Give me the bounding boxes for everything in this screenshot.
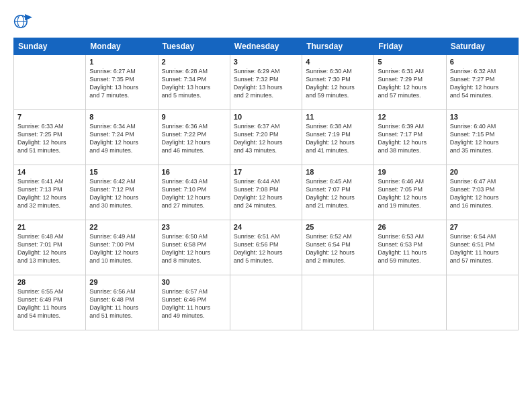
calendar-cell [302, 275, 374, 330]
calendar-cell: 24Sunrise: 6:51 AM Sunset: 6:56 PM Dayli… [230, 220, 302, 275]
calendar-cell: 1Sunrise: 6:27 AM Sunset: 7:35 PM Daylig… [86, 55, 158, 110]
weekday-header-friday: Friday [374, 38, 446, 55]
calendar-cell: 19Sunrise: 6:46 AM Sunset: 7:05 PM Dayli… [374, 165, 446, 220]
day-number: 1 [89, 58, 154, 66]
day-info: Sunrise: 6:41 AM Sunset: 7:13 PM Dayligh… [17, 177, 82, 210]
day-number: 20 [450, 168, 515, 176]
calendar-cell: 10Sunrise: 6:37 AM Sunset: 7:20 PM Dayli… [230, 110, 302, 165]
calendar-cell: 11Sunrise: 6:38 AM Sunset: 7:19 PM Dayli… [302, 110, 374, 165]
calendar-cell: 29Sunrise: 6:56 AM Sunset: 6:48 PM Dayli… [86, 275, 158, 330]
calendar-week-row: 21Sunrise: 6:48 AM Sunset: 7:01 PM Dayli… [14, 220, 519, 275]
calendar-cell: 20Sunrise: 6:47 AM Sunset: 7:03 PM Dayli… [446, 165, 518, 220]
calendar-cell: 3Sunrise: 6:29 AM Sunset: 7:32 PM Daylig… [230, 55, 302, 110]
day-number: 25 [306, 223, 370, 231]
day-info: Sunrise: 6:42 AM Sunset: 7:12 PM Dayligh… [89, 177, 154, 210]
day-info: Sunrise: 6:49 AM Sunset: 7:00 PM Dayligh… [89, 232, 154, 265]
day-number: 11 [306, 113, 370, 121]
day-number: 12 [378, 113, 442, 121]
day-number: 14 [17, 168, 82, 176]
calendar-cell: 30Sunrise: 6:57 AM Sunset: 6:46 PM Dayli… [158, 275, 230, 330]
calendar-cell: 4Sunrise: 6:30 AM Sunset: 7:30 PM Daylig… [302, 55, 374, 110]
day-info: Sunrise: 6:27 AM Sunset: 7:35 PM Dayligh… [89, 67, 154, 100]
day-number: 27 [450, 223, 515, 231]
day-number: 6 [450, 58, 515, 66]
day-info: Sunrise: 6:31 AM Sunset: 7:29 PM Dayligh… [378, 67, 442, 100]
day-info: Sunrise: 6:47 AM Sunset: 7:03 PM Dayligh… [450, 177, 515, 210]
day-number: 2 [162, 58, 226, 66]
day-info: Sunrise: 6:32 AM Sunset: 7:27 PM Dayligh… [450, 67, 515, 100]
weekday-header-saturday: Saturday [446, 38, 518, 55]
day-info: Sunrise: 6:54 AM Sunset: 6:51 PM Dayligh… [450, 232, 515, 265]
calendar-week-row: 1Sunrise: 6:27 AM Sunset: 7:35 PM Daylig… [14, 55, 519, 110]
page: SundayMondayTuesdayWednesdayThursdayFrid… [0, 0, 532, 411]
calendar-cell: 8Sunrise: 6:34 AM Sunset: 7:24 PM Daylig… [86, 110, 158, 165]
day-info: Sunrise: 6:55 AM Sunset: 6:49 PM Dayligh… [17, 287, 82, 320]
calendar-cell: 18Sunrise: 6:45 AM Sunset: 7:07 PM Dayli… [302, 165, 374, 220]
calendar-cell [374, 275, 446, 330]
calendar-table: SundayMondayTuesdayWednesdayThursdayFrid… [13, 38, 519, 330]
svg-marker-4 [25, 14, 32, 20]
day-number: 17 [234, 168, 298, 176]
day-info: Sunrise: 6:57 AM Sunset: 6:46 PM Dayligh… [162, 287, 226, 320]
calendar-cell: 12Sunrise: 6:39 AM Sunset: 7:17 PM Dayli… [374, 110, 446, 165]
day-info: Sunrise: 6:40 AM Sunset: 7:15 PM Dayligh… [450, 122, 515, 155]
day-number: 23 [162, 223, 226, 231]
day-info: Sunrise: 6:29 AM Sunset: 7:32 PM Dayligh… [234, 67, 298, 100]
day-number: 3 [234, 58, 298, 66]
day-info: Sunrise: 6:45 AM Sunset: 7:07 PM Dayligh… [306, 177, 370, 210]
calendar-cell: 27Sunrise: 6:54 AM Sunset: 6:51 PM Dayli… [446, 220, 518, 275]
day-info: Sunrise: 6:56 AM Sunset: 6:48 PM Dayligh… [89, 287, 154, 320]
calendar-week-row: 7Sunrise: 6:33 AM Sunset: 7:25 PM Daylig… [14, 110, 519, 165]
calendar-week-row: 28Sunrise: 6:55 AM Sunset: 6:49 PM Dayli… [14, 275, 519, 330]
calendar-cell: 15Sunrise: 6:42 AM Sunset: 7:12 PM Dayli… [86, 165, 158, 220]
calendar-cell: 17Sunrise: 6:44 AM Sunset: 7:08 PM Dayli… [230, 165, 302, 220]
calendar-cell: 14Sunrise: 6:41 AM Sunset: 7:13 PM Dayli… [14, 165, 86, 220]
day-number: 16 [162, 168, 226, 176]
logo-icon [13, 12, 32, 31]
weekday-header-monday: Monday [86, 38, 158, 55]
calendar-week-row: 14Sunrise: 6:41 AM Sunset: 7:13 PM Dayli… [14, 165, 519, 220]
day-info: Sunrise: 6:43 AM Sunset: 7:10 PM Dayligh… [162, 177, 226, 210]
calendar-cell: 2Sunrise: 6:28 AM Sunset: 7:34 PM Daylig… [158, 55, 230, 110]
day-number: 24 [234, 223, 298, 231]
day-number: 21 [17, 223, 82, 231]
day-number: 19 [378, 168, 442, 176]
day-info: Sunrise: 6:37 AM Sunset: 7:20 PM Dayligh… [234, 122, 298, 155]
day-info: Sunrise: 6:51 AM Sunset: 6:56 PM Dayligh… [234, 232, 298, 265]
day-number: 5 [378, 58, 442, 66]
header [13, 12, 519, 31]
weekday-header-tuesday: Tuesday [158, 38, 230, 55]
day-info: Sunrise: 6:53 AM Sunset: 6:53 PM Dayligh… [378, 232, 442, 265]
day-info: Sunrise: 6:30 AM Sunset: 7:30 PM Dayligh… [306, 67, 370, 100]
day-info: Sunrise: 6:50 AM Sunset: 6:58 PM Dayligh… [162, 232, 226, 265]
logo [13, 12, 35, 31]
calendar-cell: 22Sunrise: 6:49 AM Sunset: 7:00 PM Dayli… [86, 220, 158, 275]
weekday-header-row: SundayMondayTuesdayWednesdayThursdayFrid… [14, 38, 519, 55]
weekday-header-thursday: Thursday [302, 38, 374, 55]
calendar-cell [230, 275, 302, 330]
weekday-header-wednesday: Wednesday [230, 38, 302, 55]
calendar-cell: 6Sunrise: 6:32 AM Sunset: 7:27 PM Daylig… [446, 55, 518, 110]
calendar-cell: 13Sunrise: 6:40 AM Sunset: 7:15 PM Dayli… [446, 110, 518, 165]
day-number: 4 [306, 58, 370, 66]
day-info: Sunrise: 6:38 AM Sunset: 7:19 PM Dayligh… [306, 122, 370, 155]
day-number: 26 [378, 223, 442, 231]
day-info: Sunrise: 6:46 AM Sunset: 7:05 PM Dayligh… [378, 177, 442, 210]
day-number: 13 [450, 113, 515, 121]
day-info: Sunrise: 6:39 AM Sunset: 7:17 PM Dayligh… [378, 122, 442, 155]
day-number: 9 [162, 113, 226, 121]
calendar-cell: 5Sunrise: 6:31 AM Sunset: 7:29 PM Daylig… [374, 55, 446, 110]
calendar-cell: 23Sunrise: 6:50 AM Sunset: 6:58 PM Dayli… [158, 220, 230, 275]
day-info: Sunrise: 6:34 AM Sunset: 7:24 PM Dayligh… [89, 122, 154, 155]
calendar-cell: 9Sunrise: 6:36 AM Sunset: 7:22 PM Daylig… [158, 110, 230, 165]
day-number: 10 [234, 113, 298, 121]
calendar-cell [446, 275, 518, 330]
calendar-cell: 21Sunrise: 6:48 AM Sunset: 7:01 PM Dayli… [14, 220, 86, 275]
day-info: Sunrise: 6:44 AM Sunset: 7:08 PM Dayligh… [234, 177, 298, 210]
weekday-header-sunday: Sunday [14, 38, 86, 55]
day-info: Sunrise: 6:52 AM Sunset: 6:54 PM Dayligh… [306, 232, 370, 265]
calendar-cell: 26Sunrise: 6:53 AM Sunset: 6:53 PM Dayli… [374, 220, 446, 275]
day-number: 7 [17, 113, 82, 121]
day-info: Sunrise: 6:33 AM Sunset: 7:25 PM Dayligh… [17, 122, 82, 155]
day-number: 29 [89, 278, 154, 286]
